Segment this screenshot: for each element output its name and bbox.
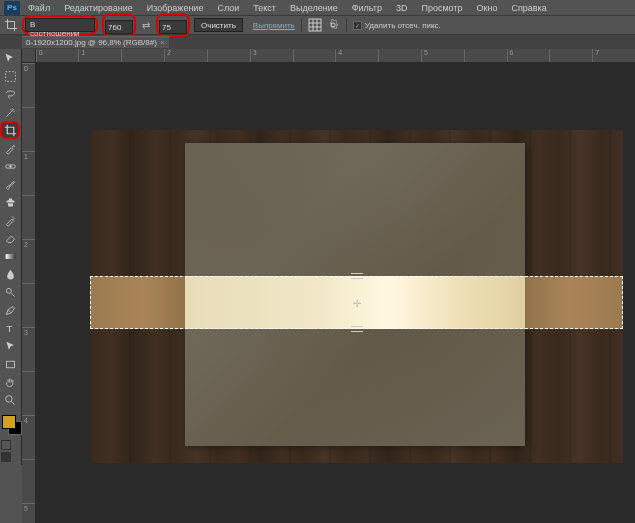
crop-handle-bottom[interactable] (351, 326, 363, 332)
svg-rect-4 (5, 254, 15, 259)
marquee-tool[interactable] (0, 67, 20, 85)
swap-dimensions-icon[interactable]: ⇄ (140, 20, 152, 31)
blur-tool[interactable] (0, 265, 20, 283)
canvas-area[interactable]: ✛ (36, 63, 635, 523)
zoom-tool[interactable] (0, 391, 20, 409)
move-tool[interactable] (0, 49, 20, 67)
crop-handle-top[interactable] (351, 273, 363, 279)
svg-rect-0 (309, 19, 321, 31)
crop-tool[interactable] (0, 121, 20, 139)
clone-stamp-tool[interactable] (0, 193, 20, 211)
mode-dropdown-highlight: В соотношении (22, 15, 98, 35)
svg-point-5 (6, 288, 11, 293)
magic-wand-tool[interactable] (0, 103, 20, 121)
delete-pixels-checkbox[interactable]: ✓ (353, 21, 362, 30)
width-highlight (102, 13, 136, 38)
menu-select[interactable]: Выделение (284, 1, 344, 15)
menu-filter[interactable]: Фильтр (346, 1, 388, 15)
delete-pixels-label: Удалить отсеч. пикс. (365, 21, 441, 30)
overlay-grid-icon[interactable] (308, 18, 322, 32)
separator (301, 18, 302, 32)
gradient-tool[interactable] (0, 247, 20, 265)
tab-bar: 0-1920x1200.jpg @ 96,8% (RGB/8#) × (0, 35, 635, 49)
eraser-tool[interactable] (0, 229, 20, 247)
quick-mask-toggle[interactable] (0, 437, 21, 465)
menu-layer[interactable]: Слои (211, 1, 245, 15)
menu-view[interactable]: Просмотр (415, 1, 468, 15)
crop-mode-dropdown[interactable]: В соотношении (25, 18, 95, 32)
horizontal-ruler: 0 1 2 3 4 5 6 7 (22, 49, 635, 63)
crop-height-input[interactable] (159, 20, 187, 34)
svg-point-8 (5, 395, 12, 402)
menu-file[interactable]: Файл (22, 1, 56, 15)
crop-dim-bottom (90, 329, 623, 463)
history-brush-tool[interactable] (0, 211, 20, 229)
delete-pixels-option[interactable]: ✓ Удалить отсеч. пикс. (353, 21, 441, 30)
menu-help[interactable]: Справка (505, 1, 552, 15)
separator (346, 18, 347, 32)
hand-tool[interactable] (0, 373, 20, 391)
menu-bar: Ps Файл Редактирование Изображение Слои … (0, 0, 635, 15)
svg-rect-7 (6, 361, 14, 368)
menu-window[interactable]: Окно (471, 1, 504, 15)
menu-type[interactable]: Текст (247, 1, 282, 15)
app-logo: Ps (4, 1, 20, 15)
type-tool[interactable]: T (0, 319, 20, 337)
color-swatches[interactable] (0, 413, 21, 437)
crop-dim-top (90, 130, 623, 276)
vertical-ruler: 0 1 2 3 4 5 (22, 63, 36, 523)
tab-title: 0-1920x1200.jpg @ 96,8% (RGB/8#) (26, 38, 157, 47)
pen-tool[interactable] (0, 301, 20, 319)
svg-text:T: T (6, 322, 12, 333)
crop-icon (4, 18, 18, 32)
lasso-tool[interactable] (0, 85, 20, 103)
straighten-link[interactable]: Выпрямить (253, 21, 295, 30)
menu-3d[interactable]: 3D (390, 1, 414, 15)
clear-button[interactable]: Очистить (194, 18, 243, 32)
rectangle-tool[interactable] (0, 355, 20, 373)
tab-close-icon[interactable]: × (160, 38, 165, 47)
options-bar: В соотношении ⇄ Очистить Выпрямить ✓ Уда… (0, 15, 635, 35)
settings-gear-icon[interactable] (326, 18, 340, 32)
eyedropper-tool[interactable] (0, 139, 20, 157)
canvas[interactable]: ✛ (90, 130, 623, 463)
foreground-color[interactable] (2, 415, 16, 429)
svg-rect-2 (5, 71, 15, 81)
path-selection-tool[interactable] (0, 337, 20, 355)
toolbox: T (0, 49, 22, 465)
brush-tool[interactable] (0, 175, 20, 193)
crop-center-icon: ✛ (353, 297, 361, 308)
crop-width-input[interactable] (105, 20, 133, 34)
healing-brush-tool[interactable] (0, 157, 20, 175)
height-highlight (156, 13, 190, 38)
dodge-tool[interactable] (0, 283, 20, 301)
crop-selection[interactable]: ✛ (90, 276, 623, 329)
